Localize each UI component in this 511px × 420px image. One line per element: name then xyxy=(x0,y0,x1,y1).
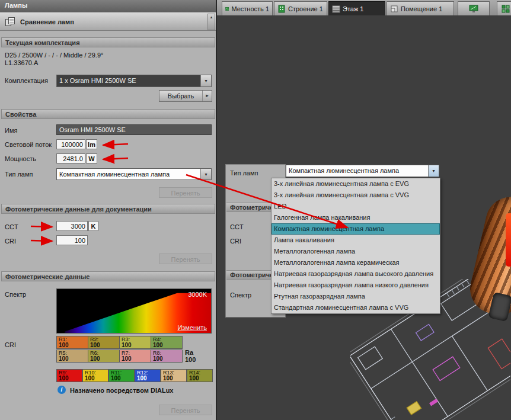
lamp-type-label: Тип ламп xyxy=(5,171,33,178)
cri-table-label: CRI xyxy=(5,341,16,348)
luminous-flux-unit: lm xyxy=(86,139,97,149)
tab-label: Местность 1 xyxy=(231,5,269,12)
floor-icon xyxy=(332,5,340,13)
cct-unit: K xyxy=(88,221,98,231)
cri-field[interactable]: 100 xyxy=(56,235,88,245)
tab-label: Строение 1 xyxy=(288,5,323,12)
apply-button-photometric-doc: Перенять xyxy=(159,254,212,264)
chevron-down-icon: ▾ xyxy=(200,169,211,179)
assigned-by-dialux-note: Назначено посредством DIALux xyxy=(70,387,173,394)
select-button-label: Выбрать xyxy=(159,91,202,101)
name-field[interactable]: Osram HMI 2500W SE xyxy=(56,124,212,135)
lamp-article-number: L1.33670.A xyxy=(5,59,38,66)
cct-label-copy: CCT xyxy=(230,223,244,230)
lamp-type-dropdown-value: Компактная люминесцентная лампа xyxy=(286,165,428,177)
cri-cell-r5: R5:100 xyxy=(56,350,88,363)
lamp-type-option[interactable]: Стандартная люминесцентная лампа с VVG xyxy=(272,302,440,313)
select-button[interactable]: Выбрать ▸ xyxy=(159,90,212,102)
view-tab-bar: Местность 1 Строение 1 Этаж 1 Помещени xyxy=(217,0,511,15)
config-label: Комплектация xyxy=(5,77,48,84)
lamp-type-option[interactable]: Натриевая газоразрядная лампа высокого д… xyxy=(272,268,440,280)
cri-cell-r6: R6:100 xyxy=(88,350,120,363)
lamp-type-option[interactable]: Натриевая газоразрядная лампа низкого да… xyxy=(272,280,440,291)
power-unit: W xyxy=(86,153,97,163)
tab-label: Этаж 1 xyxy=(343,5,363,12)
cri-cell-r1: R1:100 xyxy=(56,336,88,349)
spectrum-label: Спектр xyxy=(5,291,26,298)
lamp-type-option[interactable]: Галогенная лампа накаливания xyxy=(272,212,440,223)
power-field[interactable]: 2481.0 xyxy=(56,153,85,163)
cri-cell-r2: R2:100 xyxy=(88,336,120,349)
lamp-type-option[interactable]: 3-х линейная люминесцентная лампа с VVG xyxy=(272,190,440,201)
lamp-type-option[interactable]: Металлогалогенная лампа xyxy=(272,246,440,257)
lamp-type-option-selected[interactable]: Компактная люминесцентная лампа xyxy=(272,223,440,235)
lamp-type-option[interactable]: Металлогалогенная лампа керамическая xyxy=(272,257,440,268)
lamp-type-label-copy: Тип ламп xyxy=(230,169,258,177)
lamp-comparison-label: Сравнение ламп xyxy=(20,18,74,25)
cri-cell-r14: R14:100 xyxy=(187,369,213,382)
lamps-panel: Лампы Сравнение ламп ▴ Текущая комплекта… xyxy=(0,0,217,420)
cri-cell-r4: R4:100 xyxy=(151,336,183,349)
luminous-flux-field[interactable]: 100000 xyxy=(56,139,85,149)
apply-button-properties: Перенять xyxy=(159,187,212,198)
cri-cell-r7: R7:100 xyxy=(119,350,151,363)
panel-title: Лампы xyxy=(0,0,216,12)
config-dropdown[interactable]: 1 x Osram HMI 2500W SE ▾ xyxy=(56,75,212,87)
cct-label: CCT xyxy=(5,223,18,230)
3d-viewport[interactable]: Тип ламп Фотометрическ CCT CRI Фотометри… xyxy=(217,15,511,420)
cri-cell-r11: R11:100 xyxy=(108,369,135,382)
config-dropdown-value: 1 x Osram HMI 2500W SE xyxy=(57,75,200,86)
cri-cell-r8: R8:100 xyxy=(151,350,183,363)
tab-site[interactable]: Местность 1 xyxy=(222,1,273,15)
lamp-type-option[interactable]: Ртутная газоразрядная лампа xyxy=(272,291,440,302)
layout-icon xyxy=(502,5,510,13)
section-header-current-config: Текущая комплектация xyxy=(1,37,215,47)
lamp-photo-highlight xyxy=(506,213,511,267)
section-header-properties: Свойства xyxy=(1,109,215,119)
room-icon xyxy=(390,5,398,13)
cri-label-copy: CRI xyxy=(230,238,241,245)
power-label: Мощность xyxy=(5,155,36,162)
spectrum-change-link[interactable]: Изменить xyxy=(177,324,207,331)
tab-cad-view[interactable] xyxy=(458,1,490,15)
lamp-comparison-bar[interactable]: Сравнение ламп ▴ xyxy=(0,12,216,31)
cri-cell-r9: R9:100 xyxy=(56,369,82,382)
cri-cell-r13: R13:100 xyxy=(161,369,187,382)
apply-button-photometric: Перенять xyxy=(159,405,212,415)
building-icon xyxy=(277,5,286,13)
name-label: Имя xyxy=(5,127,17,134)
spectrum-preview: 3000K Изменить xyxy=(56,288,212,334)
lamp-type-option[interactable]: Лампа накаливания xyxy=(272,235,440,246)
lamp-type-option[interactable]: 3-х линейная люминесцентная лампа с EVG xyxy=(272,178,440,190)
terrain-icon xyxy=(225,5,229,13)
lamp-comparison-icon xyxy=(5,17,15,27)
spectrum-temperature: 3000K xyxy=(188,291,207,298)
tab-floor[interactable]: Этаж 1 xyxy=(328,1,385,15)
chevron-down-icon: ▾ xyxy=(428,165,439,177)
arrow-right-icon: ▸ xyxy=(202,91,212,101)
tab-building[interactable]: Строение 1 xyxy=(274,1,327,15)
lamp-type-dropdown[interactable]: Компактная люминесцентная лампа ▾ xyxy=(56,168,212,180)
ra-summary: Ra 100 xyxy=(185,349,196,363)
lamp-type-option[interactable]: LED xyxy=(272,201,440,212)
dialux-window: Лампы Сравнение ламп ▴ Текущая комплекта… xyxy=(0,0,511,420)
lamp-type-dropdown-value: Компактная люминесцентная лампа xyxy=(57,169,200,179)
cri-cell-r12: R12:100 xyxy=(135,369,161,382)
tab-layout-view[interactable] xyxy=(497,1,511,15)
cri-cell-r10: R10:100 xyxy=(82,369,108,382)
section-header-photometric: Фотометрические данные xyxy=(1,271,215,281)
cri-cell-r3: R3:100 xyxy=(119,336,151,349)
info-icon: i xyxy=(58,386,66,394)
spectrum-label-copy: Спектр xyxy=(230,291,251,299)
panel-scroll-up-button[interactable]: ▴ xyxy=(207,14,215,30)
luminous-flux-label: Световой поток xyxy=(5,141,52,148)
chevron-down-icon: ▾ xyxy=(200,75,211,86)
lamp-type-dropdown-open[interactable]: Компактная люминесцентная лампа ▾ xyxy=(286,165,439,177)
section-header-photometric-doc: Фотометрические данные для документации xyxy=(1,204,215,214)
cri-label: CRI xyxy=(5,238,16,245)
cct-field[interactable]: 3000 xyxy=(56,221,88,231)
lamp-type-option-list: 3-х линейная люминесцентная лампа с EVG … xyxy=(271,178,440,314)
lamp-spec-line: D25 / 2500W / - / - / Middle / 29.9° xyxy=(5,52,103,59)
cad-view-icon xyxy=(469,5,478,13)
tab-room[interactable]: Помещение 1 xyxy=(387,1,454,15)
